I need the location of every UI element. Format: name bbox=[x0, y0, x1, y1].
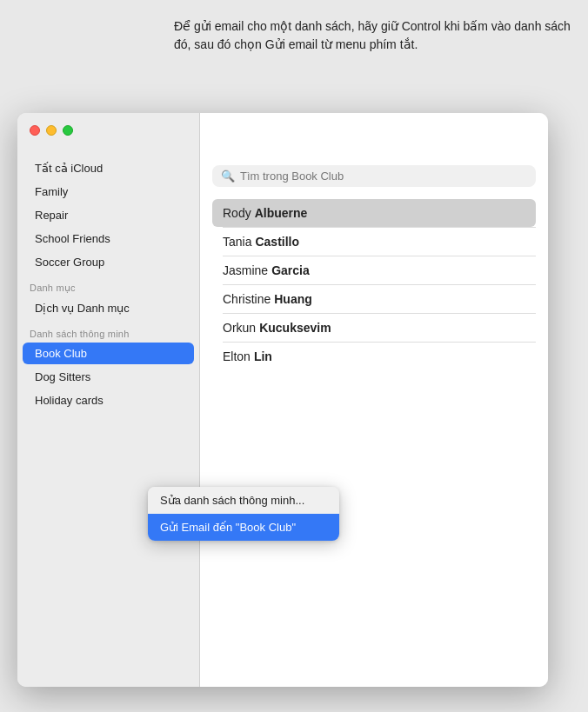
context-menu-send-email[interactable]: Gửi Email đến "Book Club" bbox=[148, 514, 339, 541]
contact-item-orkun[interactable]: Orkun Kucuksevim bbox=[212, 314, 536, 342]
contact-item-rody[interactable]: Rody Albuerne bbox=[212, 199, 536, 227]
search-icon: 🔍 bbox=[221, 170, 235, 183]
section-label-danh-sach: Danh sách thông minh bbox=[17, 320, 199, 342]
sidebar-item-soccer-group[interactable]: Soccer Group bbox=[23, 251, 194, 273]
sidebar: Tất cả iCloud Family Repair School Frien… bbox=[17, 113, 200, 687]
search-bar: 🔍 bbox=[212, 165, 536, 187]
contact-last-name: Lin bbox=[254, 349, 272, 363]
section-label-danh-muc: Danh mục bbox=[17, 274, 199, 296]
sidebar-item-dog-sitters[interactable]: Dog Sitters bbox=[23, 366, 194, 388]
contact-first-name: Jasmine bbox=[223, 263, 268, 277]
context-menu-edit[interactable]: Sửa danh sách thông minh... bbox=[148, 487, 339, 514]
maximize-button[interactable] bbox=[63, 125, 73, 136]
contact-last-name: Huang bbox=[274, 292, 312, 306]
minimize-button[interactable] bbox=[46, 125, 57, 136]
contact-list: Rody Albuerne Tania Castillo Jasmine Gar… bbox=[212, 199, 536, 675]
main-content: 🔍 Rody Albuerne Tania Castillo Jasmine G… bbox=[200, 113, 548, 687]
app-window: Tất cả iCloud Family Repair School Frien… bbox=[17, 113, 548, 687]
contact-first-name: Elton bbox=[223, 349, 251, 363]
sidebar-item-all-icloud[interactable]: Tất cả iCloud bbox=[23, 157, 194, 179]
close-button[interactable] bbox=[30, 125, 40, 136]
contact-last-name: Kucuksevim bbox=[259, 321, 331, 335]
sidebar-item-holiday-cards[interactable]: Holiday cards bbox=[23, 389, 194, 411]
sidebar-item-book-club[interactable]: Book Club bbox=[23, 343, 194, 364]
contact-first-name: Rody bbox=[223, 206, 251, 220]
contact-last-name: Albuerne bbox=[255, 206, 308, 220]
contact-item-jasmine[interactable]: Jasmine Garcia bbox=[212, 256, 536, 284]
contact-item-tania[interactable]: Tania Castillo bbox=[212, 228, 536, 256]
sidebar-item-dich-vu[interactable]: Dịch vụ Danh mục bbox=[23, 297, 194, 319]
context-menu: Sửa danh sách thông minh... Gửi Email đế… bbox=[148, 487, 339, 541]
contact-item-christine[interactable]: Christine Huang bbox=[212, 285, 536, 313]
contact-last-name: Castillo bbox=[255, 235, 299, 249]
contact-first-name: Christine bbox=[223, 292, 271, 306]
search-input[interactable] bbox=[240, 170, 527, 183]
contact-last-name: Garcia bbox=[271, 263, 310, 277]
sidebar-item-family[interactable]: Family bbox=[23, 181, 194, 203]
contact-first-name: Orkun bbox=[223, 321, 256, 335]
tooltip-text: Để gửi email cho một danh sách, hãy giữ … bbox=[174, 17, 571, 54]
traffic-lights bbox=[30, 125, 73, 136]
contact-first-name: Tania bbox=[223, 235, 251, 249]
contact-item-elton[interactable]: Elton Lin bbox=[212, 343, 536, 370]
sidebar-item-school-friends[interactable]: School Friends bbox=[23, 228, 194, 250]
sidebar-item-repair[interactable]: Repair bbox=[23, 204, 194, 226]
